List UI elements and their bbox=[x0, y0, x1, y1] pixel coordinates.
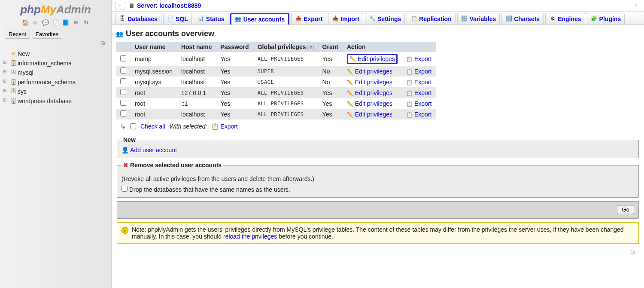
edit-privileges-link[interactable]: Edit privileges bbox=[355, 100, 392, 107]
sidebar: phpMyAdmin 🏠 ⎋ 💬 📄 📘 ⚙ ↻ Recent Favorite… bbox=[0, 0, 112, 288]
tab-label: Export bbox=[304, 15, 322, 22]
sql-icon[interactable]: 📄 bbox=[52, 19, 59, 26]
row-checkbox[interactable] bbox=[120, 100, 126, 106]
tree-db[interactable]: 🗄mysql bbox=[10, 68, 108, 77]
cell-global: ALL PRIVILEGES bbox=[253, 52, 318, 66]
reload-privileges-link[interactable]: reload the privileges bbox=[223, 233, 277, 240]
cell-user: mysql.session bbox=[131, 66, 177, 77]
tree-db[interactable]: 🗄performance_schema bbox=[10, 77, 108, 87]
go-button[interactable]: Go bbox=[617, 205, 634, 214]
tree-db[interactable]: 🗄wordpress database bbox=[10, 96, 108, 106]
cell-grant: Yes bbox=[318, 52, 343, 66]
with-selected-label: With selected: bbox=[170, 123, 207, 130]
edit-icon: ✏️ bbox=[347, 69, 353, 75]
cell-global: ALL PRIVILEGES bbox=[253, 109, 318, 119]
export-icon: 📋 bbox=[406, 80, 413, 86]
export-icon: 📋 bbox=[211, 123, 219, 130]
server-link[interactable]: Server: localhost:8889 bbox=[137, 2, 201, 9]
users-icon: 👥 bbox=[116, 31, 123, 37]
cell-host: ::1 bbox=[177, 98, 216, 109]
cell-edit: ✏️ Edit privileges bbox=[343, 66, 402, 77]
row-checkbox[interactable] bbox=[120, 89, 126, 95]
sidebar-toolbar: 🏠 ⎋ 💬 📄 📘 ⚙ ↻ bbox=[1, 18, 110, 29]
export-link[interactable]: Export bbox=[414, 55, 431, 62]
home-icon[interactable]: 🏠 bbox=[22, 19, 29, 26]
tab-sql[interactable]: 📄SQL bbox=[163, 13, 192, 25]
tree-db[interactable]: 🗄sys bbox=[10, 87, 108, 96]
cell-user: mysql.sys bbox=[131, 77, 177, 87]
tree-db[interactable]: 🗄information_schema bbox=[10, 58, 108, 68]
tab-plugins[interactable]: 🧩Plugins bbox=[587, 13, 625, 25]
tab-variables[interactable]: 🔢Variables bbox=[457, 13, 500, 25]
tab-replication[interactable]: 📋Replication bbox=[407, 13, 455, 25]
docs-icon[interactable]: 📘 bbox=[62, 19, 69, 26]
cell-global: ALL PRIVILEGES bbox=[253, 87, 318, 98]
gear-icon[interactable]: ⚙ bbox=[73, 19, 79, 26]
col-host: Host name bbox=[177, 42, 216, 52]
edit-privileges-link[interactable]: Edit privileges bbox=[355, 68, 392, 75]
cell-password: Yes bbox=[216, 87, 253, 98]
add-user-link[interactable]: 👤 Add user account bbox=[122, 147, 177, 153]
tab-settings[interactable]: 🔧Settings bbox=[365, 13, 405, 25]
export-link[interactable]: Export bbox=[414, 111, 431, 118]
favorites-button[interactable]: Favorites bbox=[32, 30, 62, 39]
edit-privileges-link[interactable]: Edit privileges bbox=[355, 111, 392, 118]
table-row: root127.0.0.1YesALL PRIVILEGESYes✏️ Edit… bbox=[116, 87, 436, 98]
help-icon[interactable]: ? bbox=[307, 45, 313, 50]
tab-databases[interactable]: 🗄Databases bbox=[115, 13, 161, 25]
tab-label: Status bbox=[206, 15, 225, 22]
cell-export: 📋 Export bbox=[402, 109, 436, 119]
tab-engines[interactable]: ⚙Engines bbox=[545, 13, 585, 25]
cell-global: SUPER bbox=[253, 66, 318, 77]
tab-icon: 🔢 bbox=[461, 15, 468, 22]
exit-icon[interactable]: ⎋ bbox=[32, 19, 39, 26]
go-section: Go bbox=[117, 201, 639, 219]
row-checkbox[interactable] bbox=[120, 67, 126, 74]
row-checkbox[interactable] bbox=[120, 78, 126, 84]
remove-legend: ✖ Remove selected user accounts bbox=[122, 162, 223, 169]
tab-user-accounts[interactable]: 👥User accounts bbox=[230, 13, 289, 25]
edit-privileges-link[interactable]: Edit privileges bbox=[358, 55, 395, 62]
tree-new[interactable]: ✳New bbox=[10, 49, 108, 58]
bulk-export-link[interactable]: 📋 Export bbox=[211, 123, 237, 130]
reload-icon[interactable]: ↻ bbox=[82, 19, 89, 26]
col-user: User name bbox=[131, 42, 177, 52]
export-link[interactable]: Export bbox=[414, 79, 431, 86]
cell-export: 📋 Export bbox=[402, 98, 436, 109]
tab-status[interactable]: 📊Status bbox=[194, 13, 228, 25]
cell-export: 📋 Export bbox=[402, 87, 436, 98]
query-icon[interactable]: 💬 bbox=[42, 19, 49, 26]
export-link[interactable]: Export bbox=[414, 68, 431, 75]
server-icon: 🖥 bbox=[129, 2, 136, 9]
check-all-link[interactable]: Check all bbox=[140, 123, 165, 130]
cell-edit: ✏️ Edit privileges bbox=[343, 109, 402, 119]
tab-charsets[interactable]: 🔡Charsets bbox=[501, 13, 544, 25]
cell-global: USAGE bbox=[253, 77, 318, 87]
footer-bookmark-icon[interactable]: 🗂 bbox=[116, 247, 640, 257]
link-icon[interactable]: ⧉ bbox=[1, 40, 110, 46]
export-link[interactable]: Export bbox=[414, 100, 431, 107]
collapse-icon[interactable]: ⤴ bbox=[635, 3, 641, 8]
edit-privileges-link[interactable]: Edit privileges bbox=[355, 89, 392, 96]
edit-privileges-link[interactable]: Edit privileges bbox=[355, 79, 392, 86]
row-checkbox[interactable] bbox=[120, 110, 126, 116]
logo[interactable]: phpMyAdmin bbox=[1, 2, 110, 18]
back-button[interactable]: ← bbox=[115, 2, 125, 9]
tab-export[interactable]: 📤Export bbox=[291, 13, 326, 25]
recent-button[interactable]: Recent bbox=[5, 30, 30, 39]
cell-edit: ✏️ Edit privileges bbox=[343, 98, 402, 109]
check-all-checkbox[interactable] bbox=[130, 123, 136, 129]
new-section: New 👤 Add user account bbox=[117, 136, 639, 158]
cell-edit: ✏️ Edit privileges bbox=[343, 87, 402, 98]
col-checkbox bbox=[116, 42, 131, 52]
drop-db-checkbox[interactable] bbox=[122, 186, 128, 192]
tab-import[interactable]: 📥Import bbox=[328, 13, 363, 25]
tab-label: Databases bbox=[128, 15, 158, 22]
tab-label: Plugins bbox=[599, 15, 621, 22]
cell-grant: Yes bbox=[318, 87, 343, 98]
database-icon: 🗄 bbox=[10, 79, 17, 86]
add-user-icon: 👤 bbox=[122, 147, 129, 153]
cell-edit: ✏️ Edit privileges bbox=[343, 52, 402, 66]
row-checkbox[interactable] bbox=[120, 55, 126, 61]
export-link[interactable]: Export bbox=[414, 89, 431, 96]
